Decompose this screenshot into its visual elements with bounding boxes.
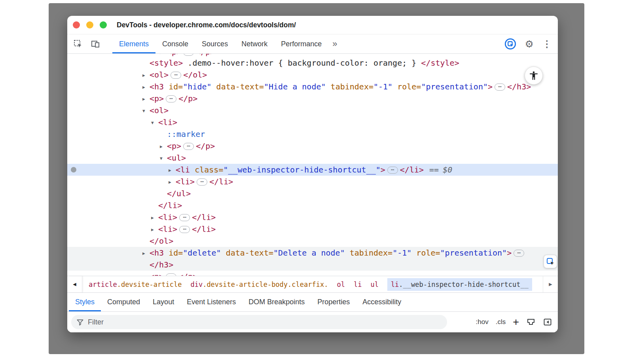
dom-row-ol-open[interactable]: ▼<ol> <box>67 104 558 116</box>
dom-row-clipped[interactable]: ▶<p>⋯</p> <box>67 271 558 276</box>
tab-network[interactable]: Network <box>235 34 274 53</box>
dom-row-marker[interactable]: ::marker <box>67 128 558 140</box>
expand-arrow-icon[interactable]: ▶ <box>142 93 150 105</box>
expand-ellipsis-button[interactable]: ⋯ <box>179 214 190 221</box>
dom-row-clipped[interactable]: ▶<p>⋯</p> <box>67 54 558 57</box>
code-token: </h3> <box>150 260 173 269</box>
breadcrumb-item-li[interactable]: li <box>354 281 362 288</box>
dock-panel-icon[interactable] <box>504 38 516 50</box>
element-panel-jump-icon[interactable] <box>544 255 557 268</box>
code-token: "presentation" <box>421 82 488 91</box>
code-token: <p> <box>150 94 164 103</box>
panel-tabs: Elements Console Sources Network Perform… <box>112 34 328 53</box>
dom-row-ul-open[interactable]: ▼<ul> <box>67 152 558 164</box>
breadcrumb-item-selected-li[interactable]: li.__web-inspector-hide-shortcut__ <box>387 278 532 291</box>
expand-arrow-icon[interactable]: ▶ <box>142 82 150 93</box>
kebab-menu-icon[interactable]: ⋮ <box>542 40 552 49</box>
new-style-rule-button[interactable]: + <box>513 317 519 328</box>
expand-ellipsis-button[interactable]: ⋯ <box>495 83 505 91</box>
tab-elements[interactable]: Elements <box>112 34 155 53</box>
breadcrumb-item-ul[interactable]: ul <box>370 281 378 288</box>
expand-arrow-icon[interactable]: ▶ <box>160 54 167 57</box>
code-token: </ol> <box>150 236 173 246</box>
expand-arrow-icon[interactable]: ▶ <box>151 212 158 224</box>
expand-arrow-icon[interactable]: ▶ <box>169 165 176 176</box>
settings-gear-icon[interactable]: ⚙ <box>525 39 534 49</box>
tab-styles[interactable]: Styles <box>69 293 101 311</box>
crumb-tag: li <box>354 281 362 288</box>
code-token: "hide" <box>183 82 211 91</box>
breakpoint-dot[interactable] <box>71 167 76 173</box>
code-token: </p> <box>196 54 215 57</box>
dom-row-li[interactable]: ▶<li>⋯</li> <box>67 223 558 235</box>
dom-row-h3-hide[interactable]: ▶<h3 id="hide" data-text="Hide a node" t… <box>67 81 558 93</box>
dom-row-li[interactable]: ▶<li>⋯</li> <box>67 176 558 188</box>
more-tabs-icon[interactable]: » <box>332 39 337 49</box>
expand-ellipsis-button[interactable]: ⋯ <box>166 95 176 102</box>
code-token: data-text= <box>212 82 264 91</box>
maximize-button[interactable] <box>100 21 107 28</box>
expand-ellipsis-button[interactable]: ⋯ <box>183 54 194 56</box>
tab-event-listeners[interactable]: Event Listeners <box>180 293 242 311</box>
expand-ellipsis-button[interactable]: ⋯ <box>197 178 207 186</box>
breadcrumb-scroll-left-icon[interactable]: ◀ <box>67 276 82 292</box>
dom-row-ol-collapsed[interactable]: ▶<ol>⋯</ol> <box>67 69 558 81</box>
expand-ellipsis-button[interactable]: ⋯ <box>514 250 524 257</box>
dom-row-h3-delete[interactable]: ▶<h3 id="delete" data-text="Delete a nod… <box>67 247 558 259</box>
code-token: role= <box>411 248 440 258</box>
collapse-arrow-icon[interactable]: ▼ <box>160 153 167 165</box>
collapse-arrow-icon[interactable]: ▼ <box>142 105 150 117</box>
expand-arrow-icon[interactable]: ▶ <box>151 224 158 236</box>
expand-ellipsis-button[interactable]: ⋯ <box>183 143 194 150</box>
accessibility-person-icon[interactable] <box>525 66 543 85</box>
dom-row-h3-close[interactable]: </h3> <box>67 259 558 271</box>
inspect-element-icon[interactable] <box>72 38 84 50</box>
expand-arrow-icon[interactable]: ▶ <box>169 176 176 188</box>
breadcrumb-item-div[interactable]: div.devsite-article-body.clearfix. <box>190 281 328 288</box>
close-button[interactable] <box>73 21 80 28</box>
dom-row-li-open[interactable]: ▼<li> <box>67 116 558 128</box>
breadcrumb-item-ol[interactable]: ol <box>337 281 345 288</box>
code-token: tabindex= <box>345 248 392 258</box>
devtools-toolbar: Elements Console Sources Network Perform… <box>67 34 558 54</box>
tab-sources[interactable]: Sources <box>195 34 235 53</box>
console-reference-token: $0 <box>443 165 452 174</box>
dom-row-p[interactable]: ▶<p>⋯</p> <box>67 93 558 104</box>
dom-row-ol-close[interactable]: </ol> <box>67 235 558 247</box>
tab-properties[interactable]: Properties <box>311 293 356 311</box>
style-filter-input[interactable]: Filter <box>71 315 447 329</box>
tab-accessibility[interactable]: Accessibility <box>356 293 407 311</box>
device-toolbar-icon[interactable] <box>89 38 101 50</box>
expand-arrow-icon[interactable]: ▶ <box>160 141 167 153</box>
dom-row-p[interactable]: ▶<p>⋯</p> <box>67 140 558 152</box>
breadcrumb-scroll-right-icon[interactable]: ▶ <box>543 276 558 292</box>
expand-arrow-icon[interactable]: ▶ <box>142 248 150 260</box>
rendering-emulation-icon[interactable] <box>526 317 536 327</box>
breadcrumb-item-article[interactable]: article.devsite-article <box>89 281 182 288</box>
tab-console[interactable]: Console <box>155 34 195 53</box>
expand-arrow-icon[interactable]: ▶ <box>142 70 150 82</box>
dom-row-selected-li[interactable]: ▶<li class="__web-inspector-hide-shortcu… <box>67 164 558 176</box>
title-bar: DevTools - developer.chrome.com/docs/dev… <box>67 16 558 34</box>
tab-performance[interactable]: Performance <box>274 34 328 53</box>
element-classes-button[interactable]: .cls <box>496 318 506 326</box>
tab-dom-breakpoints[interactable]: DOM Breakpoints <box>242 293 311 311</box>
code-token: > <box>507 248 512 258</box>
code-token: tabindex= <box>326 82 373 91</box>
collapse-arrow-icon[interactable]: ▼ <box>151 117 158 129</box>
dom-row-li-close[interactable]: </li> <box>67 199 558 211</box>
expand-ellipsis-button[interactable]: ⋯ <box>171 72 181 79</box>
expand-ellipsis-button[interactable]: ⋯ <box>179 226 190 233</box>
dom-row-style[interactable]: <style> .demo--hover:hover { background-… <box>67 57 558 69</box>
crumb-tag: ul <box>370 281 378 288</box>
minimize-button[interactable] <box>86 21 93 28</box>
tab-computed[interactable]: Computed <box>101 293 146 311</box>
expand-arrow-icon[interactable]: ▶ <box>142 271 150 276</box>
expand-ellipsis-button[interactable]: ⋯ <box>387 167 398 174</box>
toggle-element-state-button[interactable]: :hov <box>476 318 489 326</box>
dom-row-li[interactable]: ▶<li>⋯</li> <box>67 211 558 223</box>
crumb-tag: div <box>190 281 203 288</box>
sidebar-panel-toggle-icon[interactable] <box>543 317 552 327</box>
dom-row-ul-close[interactable]: </ul> <box>67 188 558 199</box>
tab-layout[interactable]: Layout <box>146 293 180 311</box>
